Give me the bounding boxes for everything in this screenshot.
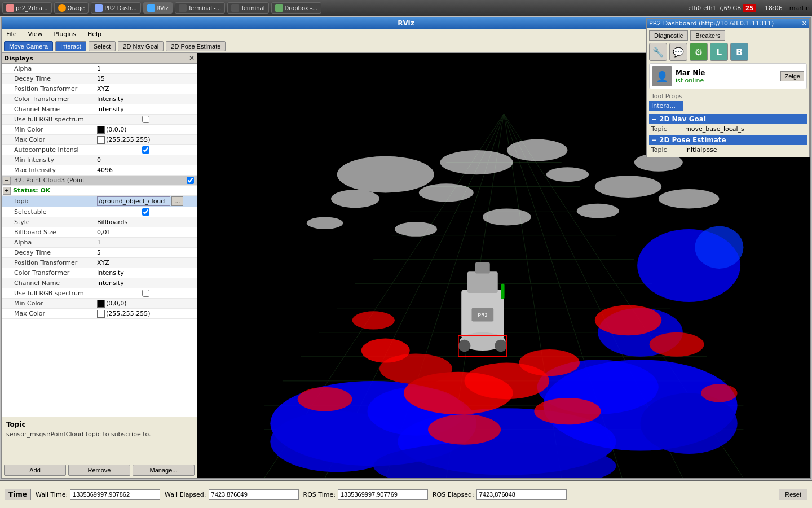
task-terminal2[interactable]: Terminal: [227, 2, 268, 14]
wall-time-label: Wall Time:: [36, 491, 68, 498]
reset-button[interactable]: Reset: [779, 489, 807, 500]
status-expand[interactable]: +: [3, 187, 11, 195]
ros-time-label: ROS Time:: [303, 491, 336, 498]
prop-value-autocompute[interactable]: [96, 146, 196, 154]
ros-time-field: ROS Time:: [303, 489, 428, 500]
prop-value-use-rgb[interactable]: [96, 116, 196, 123]
ros-elapsed-input[interactable]: [476, 489, 567, 500]
menu-view[interactable]: View: [25, 30, 45, 38]
task-pr2-2dna[interactable]: pr2_2dna...: [2, 2, 52, 14]
svg-point-62: [458, 340, 471, 352]
pose-estimate-topic-label: Topic: [651, 146, 685, 154]
status-ok-label: Status: OK: [12, 187, 196, 194]
ros-time-input[interactable]: [338, 489, 428, 500]
task-pr2-dash[interactable]: PR2 Dash...: [91, 2, 140, 14]
pr2-user-info: Mar Nie ist online: [676, 69, 705, 84]
nav-goal-header[interactable]: − 2D Nav Goal: [649, 114, 807, 124]
wall-time-input[interactable]: [70, 489, 160, 500]
svg-point-56: [395, 222, 437, 237]
point-cloud3-toggle[interactable]: −: [3, 177, 11, 185]
left-panel: Displays ✕ Alpha 1 Decay Time 15 Positio…: [2, 53, 197, 478]
prop-label-max-color: Max Color: [3, 136, 96, 143]
toolbar-move-camera[interactable]: Move Camera: [4, 41, 53, 51]
max-color2-swatch[interactable]: [97, 310, 105, 318]
menu-file[interactable]: File: [4, 30, 19, 38]
svg-point-29: [695, 226, 743, 269]
prop-alpha: Alpha 1: [2, 64, 197, 74]
toolbar-interact[interactable]: Interact: [55, 41, 86, 51]
info-text: sensor_msgs::PointCloud topic to subscri…: [6, 431, 192, 438]
toolbar-2d-nav-goal[interactable]: 2D Nav Goal: [118, 41, 164, 51]
prop-value-use-rgb2[interactable]: [96, 290, 196, 297]
add-button[interactable]: Add: [4, 465, 66, 476]
task-rviz[interactable]: RViz: [143, 2, 173, 14]
toolbar-2d-pose-estimate[interactable]: 2D Pose Estimate: [166, 41, 226, 51]
displays-close-button[interactable]: ✕: [189, 54, 195, 62]
pose-estimate-collapse[interactable]: −: [651, 136, 657, 144]
pr2-zeige-button[interactable]: Zeige: [780, 71, 804, 81]
svg-point-49: [419, 183, 474, 202]
pr2-user-avatar: 👤: [652, 66, 672, 86]
prop-value-selectable[interactable]: [96, 208, 196, 216]
autocompute-checkbox[interactable]: [142, 146, 149, 154]
svg-point-37: [519, 349, 580, 376]
point-cloud3-checkbox[interactable]: [187, 177, 194, 184]
displays-header: Displays ✕: [2, 53, 197, 64]
prop-label-pos-transform2: Position Transformer: [3, 259, 96, 266]
svg-point-42: [534, 398, 601, 424]
ros-elapsed-label: ROS Elapsed:: [433, 491, 474, 498]
prop-color-transform2: Color Transformer Intensity: [2, 268, 197, 278]
pr2-L-button[interactable]: L: [710, 53, 728, 61]
rviz-content: Displays ✕ Alpha 1 Decay Time 15 Positio…: [2, 53, 810, 478]
pr2-icons-row: 🔧 💬 ⚙ L B: [649, 53, 807, 61]
wall-elapsed-input[interactable]: [209, 489, 299, 500]
remove-button[interactable]: Remove: [68, 465, 130, 476]
toolbar-select[interactable]: Select: [89, 41, 116, 51]
pr2-user-card: 👤 Mar Nie ist online Zeige: [649, 63, 807, 89]
nav-goal-collapse[interactable]: −: [651, 115, 657, 123]
topic-browse-button[interactable]: ...: [171, 196, 183, 206]
prop-position-transformer: Position Transformer XYZ: [2, 84, 197, 94]
menu-plugins[interactable]: Plugins: [52, 30, 78, 38]
disk-space: 7,69 GB: [718, 5, 741, 11]
pr2-speech-button[interactable]: 💬: [669, 53, 687, 61]
svg-point-53: [659, 189, 720, 208]
task-orage[interactable]: Orage: [54, 2, 89, 14]
use-rgb2-checkbox[interactable]: [142, 290, 149, 297]
svg-point-50: [546, 167, 589, 182]
prop-decay-time2: Decay Time 5: [2, 248, 197, 258]
prop-max-color: Max Color (255,255,255): [2, 135, 197, 145]
prop-label-min-intensity: Min Intensity: [3, 156, 96, 164]
menu-help[interactable]: Help: [85, 30, 104, 38]
task-dropbox[interactable]: Dropbox -...: [271, 2, 321, 14]
pose-estimate-section: − 2D Pose Estimate Topic initialpose: [649, 135, 807, 155]
max-color-swatch[interactable]: [97, 136, 105, 144]
svg-point-45: [337, 156, 434, 193]
prop-selectable: Selectable: [2, 207, 197, 217]
use-rgb-checkbox[interactable]: [142, 116, 149, 123]
pose-estimate-header[interactable]: − 2D Pose Estimate: [649, 135, 807, 145]
prop-label-min-color2: Min Color: [3, 300, 96, 307]
svg-text:PR2: PR2: [478, 312, 487, 318]
pr2-gear-button[interactable]: ⚙: [690, 53, 708, 61]
displays-list[interactable]: Alpha 1 Decay Time 15 Position Transform…: [2, 64, 197, 417]
manage-button[interactable]: Manage...: [133, 465, 195, 476]
prop-value-min-intensity: 0: [96, 156, 196, 164]
pr2-B-button[interactable]: B: [730, 53, 748, 61]
svg-point-40: [298, 387, 352, 411]
wall-elapsed-label: Wall Elapsed:: [165, 491, 206, 498]
svg-rect-60: [475, 262, 490, 273]
selectable-checkbox[interactable]: [142, 208, 149, 216]
topic-row[interactable]: Topic /ground_object_cloud ...: [2, 196, 197, 207]
min-color-swatch[interactable]: [97, 126, 105, 134]
taskbar: pr2_2dna... Orage PR2 Dash... RViz Termi…: [0, 0, 812, 16]
prop-value-alpha: 1: [96, 65, 196, 72]
point-cloud3-checkbox-cell[interactable]: [184, 177, 196, 184]
task-terminal1[interactable]: Terminal -...: [175, 2, 226, 14]
svg-point-57: [307, 217, 343, 229]
topic-input[interactable]: /ground_object_cloud: [97, 196, 170, 206]
prop-min-intensity: Min Intensity 0: [2, 155, 197, 165]
min-color2-swatch[interactable]: [97, 300, 105, 308]
pr2-wrench-button[interactable]: 🔧: [649, 53, 667, 61]
svg-point-48: [331, 190, 379, 208]
